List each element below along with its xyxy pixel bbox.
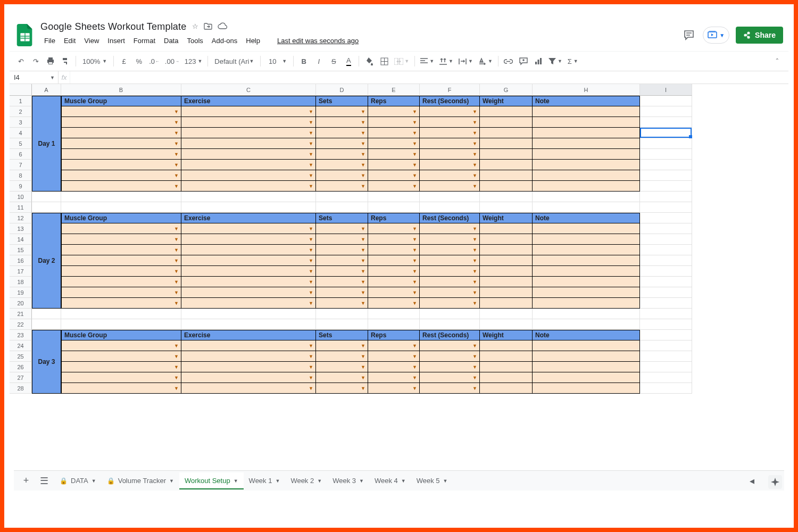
increase-decimal-icon[interactable]: .00 →: [163, 54, 181, 68]
data-cell[interactable]: [480, 170, 533, 181]
data-cell[interactable]: ▼: [368, 117, 420, 128]
dropdown-icon[interactable]: ▼: [174, 375, 179, 380]
cell[interactable]: [640, 160, 692, 170]
dropdown-icon[interactable]: ▼: [412, 258, 417, 263]
chevron-down-icon[interactable]: ▼: [92, 478, 96, 484]
data-cell[interactable]: [480, 351, 533, 362]
sheet-tab[interactable]: Week 1▼: [244, 472, 286, 489]
menu-insert[interactable]: Insert: [104, 35, 129, 47]
data-cell[interactable]: ▼: [61, 351, 181, 362]
dropdown-icon[interactable]: ▼: [412, 247, 417, 253]
col-head-D[interactable]: D: [316, 84, 368, 96]
data-cell[interactable]: ▼: [181, 149, 316, 160]
cell[interactable]: [640, 319, 692, 330]
scroll-tabs-left-icon[interactable]: ◂: [744, 473, 760, 489]
cell[interactable]: [533, 309, 640, 319]
row-head-2[interactable]: 2: [10, 106, 32, 117]
menu-addons[interactable]: Add-ons: [208, 35, 241, 47]
doc-title[interactable]: Google Sheets Workout Template: [40, 21, 187, 32]
data-cell[interactable]: ▼: [61, 181, 181, 192]
sheet-tab[interactable]: Week 4▼: [369, 472, 411, 489]
data-cell[interactable]: ▼: [420, 223, 480, 234]
data-cell[interactable]: ▼: [181, 266, 316, 277]
data-cell[interactable]: ▼: [316, 362, 368, 372]
data-cell[interactable]: ▼: [181, 128, 316, 138]
move-icon[interactable]: [204, 22, 212, 31]
dropdown-icon[interactable]: ▼: [309, 364, 313, 370]
chevron-down-icon[interactable]: ▼: [359, 478, 364, 484]
cell[interactable]: [640, 245, 692, 255]
dropdown-icon[interactable]: ▼: [309, 375, 313, 380]
cell[interactable]: [61, 202, 181, 213]
data-cell[interactable]: [480, 117, 533, 128]
dropdown-icon[interactable]: ▼: [412, 109, 417, 114]
data-cell[interactable]: [480, 266, 533, 277]
chevron-down-icon[interactable]: ▼: [234, 478, 238, 484]
cell[interactable]: [640, 383, 692, 394]
cell[interactable]: [640, 213, 692, 223]
dropdown-icon[interactable]: ▼: [361, 375, 365, 380]
dropdown-icon[interactable]: ▼: [472, 162, 477, 168]
dropdown-icon[interactable]: ▼: [472, 120, 477, 125]
data-cell[interactable]: ▼: [316, 340, 368, 351]
formula-bar[interactable]: [70, 71, 788, 84]
row-head-27[interactable]: 27: [10, 372, 32, 383]
cell[interactable]: [640, 128, 692, 138]
data-cell[interactable]: ▼: [61, 383, 181, 394]
align-h-icon[interactable]: ▼: [418, 54, 436, 68]
data-cell[interactable]: [533, 160, 640, 170]
data-cell[interactable]: [480, 298, 533, 309]
data-cell[interactable]: [533, 340, 640, 351]
chevron-down-icon[interactable]: ▼: [169, 478, 174, 484]
align-v-icon[interactable]: ▼: [437, 54, 455, 68]
dropdown-icon[interactable]: ▼: [309, 130, 313, 136]
data-cell[interactable]: ▼: [420, 149, 480, 160]
data-cell[interactable]: ▼: [368, 287, 420, 298]
dropdown-icon[interactable]: ▼: [472, 173, 477, 178]
data-cell[interactable]: ▼: [420, 362, 480, 372]
row-head-20[interactable]: 20: [10, 298, 32, 309]
data-cell[interactable]: [480, 149, 533, 160]
dropdown-icon[interactable]: ▼: [174, 162, 179, 168]
dropdown-icon[interactable]: ▼: [361, 386, 365, 391]
data-cell[interactable]: [533, 234, 640, 245]
borders-icon[interactable]: [377, 54, 391, 68]
dropdown-icon[interactable]: ▼: [472, 237, 477, 242]
dropdown-icon[interactable]: ▼: [472, 301, 477, 306]
cell[interactable]: [533, 202, 640, 213]
merge-cells-icon[interactable]: ▼: [392, 54, 411, 68]
row-head-12[interactable]: 12: [10, 213, 32, 223]
cell[interactable]: [640, 181, 692, 192]
dropdown-icon[interactable]: ▼: [174, 237, 179, 242]
data-cell[interactable]: [480, 223, 533, 234]
data-cell[interactable]: [533, 362, 640, 372]
data-cell[interactable]: ▼: [420, 277, 480, 287]
col-head-F[interactable]: F: [420, 84, 480, 96]
dropdown-icon[interactable]: ▼: [309, 184, 313, 189]
dropdown-icon[interactable]: ▼: [361, 301, 365, 306]
data-cell[interactable]: ▼: [368, 245, 420, 255]
share-button[interactable]: Share: [736, 27, 783, 44]
data-cell[interactable]: ▼: [316, 277, 368, 287]
zoom-select[interactable]: 100%▼: [79, 54, 110, 68]
dropdown-icon[interactable]: ▼: [174, 173, 179, 178]
functions-icon[interactable]: Σ▼: [566, 54, 580, 68]
data-cell[interactable]: ▼: [316, 117, 368, 128]
dropdown-icon[interactable]: ▼: [361, 290, 365, 295]
data-cell[interactable]: ▼: [316, 351, 368, 362]
data-cell[interactable]: ▼: [420, 170, 480, 181]
data-cell[interactable]: [480, 245, 533, 255]
dropdown-icon[interactable]: ▼: [174, 247, 179, 253]
sheet-tab[interactable]: Week 2▼: [285, 472, 327, 489]
undo-icon[interactable]: ↶: [14, 54, 28, 68]
dropdown-icon[interactable]: ▼: [361, 343, 365, 348]
cell[interactable]: [640, 351, 692, 362]
data-cell[interactable]: ▼: [316, 149, 368, 160]
dropdown-icon[interactable]: ▼: [412, 269, 417, 274]
data-cell[interactable]: ▼: [181, 287, 316, 298]
data-cell[interactable]: ▼: [368, 266, 420, 277]
sheet-tab[interactable]: 🔒DATA▼: [54, 472, 102, 489]
data-cell[interactable]: ▼: [316, 234, 368, 245]
data-cell[interactable]: ▼: [61, 106, 181, 117]
dropdown-icon[interactable]: ▼: [174, 141, 179, 146]
